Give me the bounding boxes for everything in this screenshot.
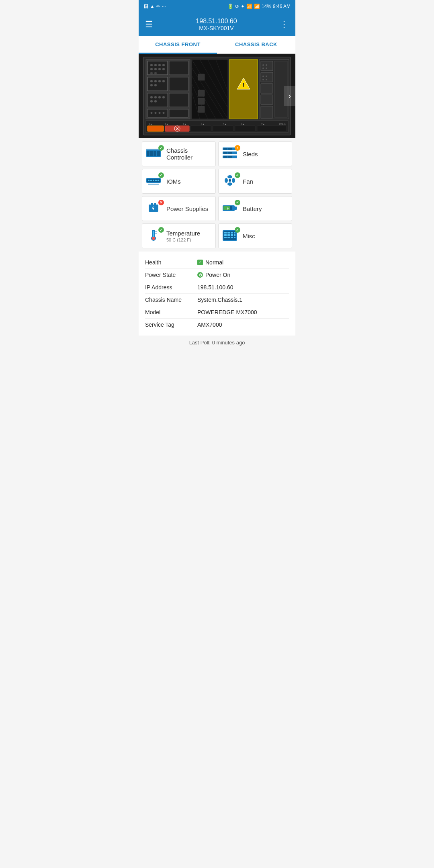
sleds-icon-wrap: ! bbox=[223, 147, 239, 161]
status-bar: 🖼 ▲ ✏ ··· 🔋 ⟳ ✦ 📶 📶 14% 9:46 AM bbox=[139, 0, 295, 13]
svg-rect-121 bbox=[235, 207, 237, 210]
svg-point-111 bbox=[227, 175, 232, 178]
chassis-controller-icon-wrap: ✓ bbox=[146, 147, 162, 161]
model-label: Model bbox=[145, 309, 197, 315]
health-indicator bbox=[197, 260, 203, 265]
chassis-image: ! 1▲ 2▲ 3▲ 4▲ 5▲ 6▲ 7▲ PSU6 ✕ bbox=[139, 54, 295, 138]
more-icon: ··· bbox=[162, 4, 166, 9]
svg-point-64 bbox=[262, 79, 264, 80]
svg-point-128 bbox=[152, 237, 155, 240]
app-bar-name: MX-SKY001V bbox=[196, 25, 237, 31]
svg-point-106 bbox=[153, 180, 154, 181]
tab-chassis-back[interactable]: CHASSIS BACK bbox=[217, 36, 295, 54]
svg-rect-123 bbox=[223, 206, 230, 210]
svg-point-34 bbox=[151, 112, 153, 114]
svg-rect-141 bbox=[224, 237, 227, 238]
time: 9:46 AM bbox=[273, 4, 291, 9]
svg-point-23 bbox=[154, 84, 157, 86]
temperature-label: Temperature bbox=[166, 230, 200, 237]
ioms-icon-wrap: ✓ bbox=[146, 174, 162, 188]
svg-point-26 bbox=[150, 96, 153, 98]
power-state-row: Power State Power On bbox=[145, 269, 289, 281]
svg-point-28 bbox=[158, 96, 161, 98]
health-row: Health Normal bbox=[145, 256, 289, 269]
svg-point-107 bbox=[155, 180, 157, 181]
fan-icon-wrap: ✓ bbox=[223, 174, 239, 188]
svg-rect-25 bbox=[147, 93, 168, 107]
svg-point-60 bbox=[266, 68, 267, 69]
svg-rect-38 bbox=[169, 109, 188, 117]
signal-icon: 📶 bbox=[254, 4, 260, 9]
svg-point-9 bbox=[150, 68, 153, 70]
svg-point-115 bbox=[229, 179, 231, 182]
hamburger-menu[interactable]: ☰ bbox=[145, 19, 153, 30]
svg-point-7 bbox=[158, 64, 161, 66]
ioms-status: ✓ bbox=[158, 172, 164, 178]
svg-rect-101 bbox=[228, 156, 232, 158]
chassis-controller-card[interactable]: ✓ Chassis Controller bbox=[142, 141, 216, 166]
power-indicator bbox=[197, 272, 203, 278]
component-grid: ✓ Chassis Controller ! Sleds bbox=[139, 138, 295, 252]
power-state-label: Power State bbox=[145, 272, 197, 278]
svg-rect-85 bbox=[235, 126, 255, 131]
ip-address-label: IP Address bbox=[145, 284, 197, 291]
alert-icon: ▲ bbox=[150, 4, 155, 9]
svg-rect-15 bbox=[169, 61, 188, 75]
svg-point-36 bbox=[159, 112, 161, 114]
power-supplies-label: Power Supplies bbox=[166, 205, 208, 212]
ip-address-value: 198.51.100.60 bbox=[197, 284, 233, 291]
sleds-card[interactable]: ! Sleds bbox=[218, 141, 292, 166]
temperature-icon-wrap: ✓ bbox=[146, 229, 162, 243]
svg-point-11 bbox=[158, 68, 161, 70]
misc-status: ✓ bbox=[235, 227, 240, 233]
chassis-controller-label: Chassis Controller bbox=[166, 147, 211, 161]
misc-card[interactable]: ✓ Misc bbox=[218, 223, 292, 248]
model-value: POWEREDGE MX7000 bbox=[197, 309, 257, 315]
power-supplies-card[interactable]: ✕ Power Supplies bbox=[142, 196, 216, 221]
svg-rect-83 bbox=[191, 126, 211, 131]
svg-rect-139 bbox=[231, 234, 233, 236]
fan-card[interactable]: ✓ Fan bbox=[218, 169, 292, 194]
app-bar: ☰ 198.51.100.60 MX-SKY001V ⋮ bbox=[139, 13, 295, 36]
service-tag-row: Service Tag AMX7000 bbox=[145, 319, 289, 331]
svg-rect-88 bbox=[147, 151, 149, 156]
svg-rect-91 bbox=[157, 151, 160, 156]
power-supplies-icon-wrap: ✕ bbox=[146, 201, 162, 216]
next-view-arrow[interactable]: › bbox=[284, 86, 295, 106]
battery-card[interactable]: ✓ Battery bbox=[218, 196, 292, 221]
svg-point-63 bbox=[266, 76, 267, 77]
temperature-sublabel: 50 C (122 F) bbox=[166, 237, 200, 242]
charging-icon: 🔋 bbox=[227, 4, 233, 9]
battery-label: Battery bbox=[243, 205, 262, 212]
svg-rect-142 bbox=[227, 237, 230, 238]
svg-text:5▲: 5▲ bbox=[223, 123, 227, 125]
sleds-status: ! bbox=[235, 145, 240, 151]
svg-text:✕: ✕ bbox=[176, 127, 179, 131]
svg-rect-32 bbox=[169, 93, 188, 107]
svg-point-65 bbox=[266, 79, 267, 80]
svg-rect-16 bbox=[147, 77, 168, 91]
svg-point-104 bbox=[148, 180, 149, 181]
svg-point-35 bbox=[155, 112, 157, 114]
svg-rect-68 bbox=[261, 106, 273, 118]
temperature-card[interactable]: ✓ Temperature 50 C (122 F) bbox=[142, 223, 216, 248]
svg-point-113 bbox=[227, 182, 232, 186]
svg-point-62 bbox=[262, 76, 264, 77]
svg-point-108 bbox=[158, 180, 159, 181]
temperature-status: ✓ bbox=[158, 227, 164, 233]
svg-rect-84 bbox=[213, 126, 233, 131]
svg-point-18 bbox=[150, 80, 153, 82]
svg-rect-117 bbox=[151, 203, 153, 205]
more-options-button[interactable]: ⋮ bbox=[280, 19, 289, 30]
svg-rect-97 bbox=[223, 152, 227, 154]
ioms-card[interactable]: ✓ IOMs bbox=[142, 169, 216, 194]
svg-rect-143 bbox=[231, 237, 233, 238]
svg-rect-89 bbox=[150, 151, 153, 156]
temperature-info: Temperature 50 C (122 F) bbox=[166, 230, 200, 242]
svg-rect-138 bbox=[227, 234, 230, 236]
tab-chassis-front[interactable]: CHASSIS FRONT bbox=[139, 36, 217, 54]
chassis-name-row: Chassis Name System.Chassis.1 bbox=[145, 294, 289, 306]
svg-rect-136 bbox=[234, 232, 235, 233]
svg-rect-79 bbox=[147, 126, 164, 131]
power-supplies-status: ✕ bbox=[158, 200, 164, 205]
